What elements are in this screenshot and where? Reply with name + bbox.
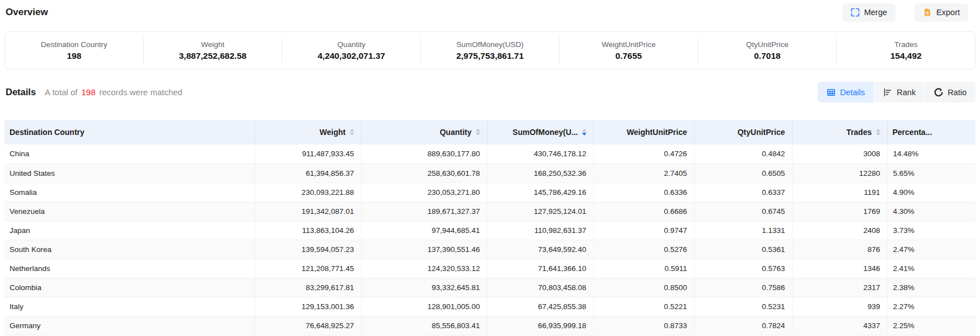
cell-trades: 3008 — [792, 144, 887, 164]
cell-weight: 121,208,771.45 — [255, 259, 361, 278]
cell-weightunitprice: 0.5221 — [593, 297, 694, 316]
tab-rank-label: Rank — [897, 88, 916, 97]
column-header-trades[interactable]: Trades — [792, 120, 887, 144]
cell-percenta: 2.41% — [887, 259, 976, 278]
stat-trades: Trades154,492 — [837, 38, 975, 63]
tab-details[interactable]: Details — [818, 82, 874, 102]
cell-weight: 83,299,617.81 — [255, 278, 361, 297]
stat-value: 0.7018 — [754, 52, 780, 60]
match-suffix: records were matched — [100, 87, 182, 97]
cell-trades: 2408 — [792, 221, 887, 240]
cell-percenta: 3.73% — [887, 221, 976, 240]
cell-percenta: 2.47% — [887, 240, 976, 259]
table-row[interactable]: Venezuela191,342,087.01189,671,327.37127… — [4, 202, 976, 221]
tab-ratio-label: Ratio — [948, 88, 967, 97]
table-row[interactable]: Somalia230,093,221.88230,053,271.80145,7… — [4, 183, 976, 202]
cell-sumofmoney-u: 168,250,532.36 — [487, 164, 593, 183]
cell-percenta: 5.65% — [887, 164, 976, 183]
cell-quantity: 230,053,271.80 — [361, 183, 487, 202]
cell-qtyunitprice: 1.1331 — [694, 221, 792, 240]
cell-trades: 4337 — [792, 316, 887, 335]
cell-quantity: 889,630,177.80 — [361, 144, 487, 164]
cell-weight: 139,594,057.23 — [255, 240, 361, 259]
sort-icon — [476, 129, 480, 136]
table-body: China911,487,933.45889,630,177.80430,746… — [4, 144, 976, 335]
tab-ratio[interactable]: Ratio — [925, 82, 976, 102]
sort-icon — [582, 129, 587, 136]
column-header-qtyunitprice: QtyUnitPrice — [694, 120, 792, 144]
stat-qtyunitprice: QtyUnitPrice0.7018 — [698, 38, 837, 63]
cell-weight: 230,093,221.88 — [255, 183, 361, 202]
column-label: QtyUnitPrice — [738, 128, 785, 137]
stat-value: 4,240,302,071.37 — [317, 52, 385, 60]
table-row[interactable]: Germany76,648,925.2785,556,803.4166,935,… — [4, 316, 976, 335]
cell-quantity: 85,556,803.41 — [361, 316, 487, 335]
stat-weightunitprice: WeightUnitPrice0.7655 — [560, 38, 698, 63]
merge-icon — [851, 8, 860, 17]
cell-qtyunitprice: 0.5361 — [694, 240, 792, 259]
stat-value: 2,975,753,861.71 — [456, 52, 524, 60]
stat-label: Destination Country — [41, 41, 107, 49]
sort-icon — [876, 129, 880, 136]
details-title: Details — [6, 87, 36, 97]
records-matched-text: A total of 198 records were matched — [45, 87, 182, 97]
cell-destination-country: Germany — [4, 316, 255, 335]
cell-weight: 113,863,104.26 — [255, 221, 361, 240]
cell-weight: 191,342,087.01 — [255, 202, 361, 221]
cell-qtyunitprice: 0.6745 — [694, 202, 792, 221]
stat-sumofmoney-usd: SumOfMoney(USD)2,975,753,861.71 — [421, 38, 560, 63]
column-header-weightunitprice: WeightUnitPrice — [593, 120, 694, 144]
merge-button-label: Merge — [864, 8, 887, 17]
cell-sumofmoney-u: 145,786,429.16 — [487, 183, 593, 202]
column-header-sumofmoney-u[interactable]: SumOfMoney(U... — [487, 120, 593, 144]
cell-sumofmoney-u: 110,982,631.37 — [487, 221, 593, 240]
table-row[interactable]: China911,487,933.45889,630,177.80430,746… — [4, 144, 976, 164]
cell-percenta: 4.90% — [887, 183, 976, 202]
column-header-quantity[interactable]: Quantity — [361, 120, 487, 144]
cell-destination-country: Venezuela — [4, 202, 255, 221]
cell-destination-country: Japan — [4, 221, 255, 240]
cell-destination-country: China — [4, 144, 255, 164]
stat-destination-country: Destination Country198 — [5, 38, 144, 63]
table-row[interactable]: Italy129,153,001.36128,901,005.0067,425,… — [4, 297, 976, 316]
cell-sumofmoney-u: 70,803,458.08 — [487, 278, 593, 297]
cell-qtyunitprice: 0.4842 — [694, 144, 792, 164]
cell-percenta: 2.25% — [887, 316, 976, 335]
cell-percenta: 14.48% — [887, 144, 976, 164]
cell-sumofmoney-u: 127,925,124.01 — [487, 202, 593, 221]
table-row[interactable]: Japan113,863,104.2697,944,685.41110,982,… — [4, 221, 976, 240]
export-button[interactable]: Export — [915, 3, 968, 22]
column-header-weight[interactable]: Weight — [255, 120, 361, 144]
cell-sumofmoney-u: 71,641,366.10 — [487, 259, 593, 278]
cell-trades: 876 — [792, 240, 887, 259]
cell-trades: 2317 — [792, 278, 887, 297]
cell-trades: 1346 — [792, 259, 887, 278]
cell-destination-country: Italy — [4, 297, 255, 316]
details-bar: Details A total of 198 records were matc… — [4, 82, 976, 102]
cell-qtyunitprice: 0.7824 — [694, 316, 792, 335]
cell-weightunitprice: 0.8500 — [593, 278, 694, 297]
cell-weightunitprice: 2.7405 — [593, 164, 694, 183]
cell-trades: 1191 — [792, 183, 887, 202]
table-row[interactable]: Colombia83,299,617.8193,332,645.8170,803… — [4, 278, 976, 297]
cell-quantity: 124,320,533.12 — [361, 259, 487, 278]
stat-label: Quantity — [337, 41, 365, 49]
table-row[interactable]: Netherlands121,208,771.45124,320,533.127… — [4, 259, 976, 278]
cell-weightunitprice: 0.6686 — [593, 202, 694, 221]
table-row[interactable]: South Korea139,594,057.23137,390,551.467… — [4, 240, 976, 259]
pie-chart-icon — [934, 88, 943, 97]
table-row[interactable]: United States61,394,856.37258,630,601.78… — [4, 164, 976, 183]
sort-icon — [350, 129, 354, 136]
details-table: Destination CountryWeightQuantitySumOfMo… — [4, 120, 976, 335]
view-switch: Details Rank — [818, 82, 976, 102]
cell-destination-country: South Korea — [4, 240, 255, 259]
cell-weightunitprice: 0.5276 — [593, 240, 694, 259]
stat-value: 3,887,252,682.58 — [179, 52, 247, 60]
merge-button[interactable]: Merge — [842, 3, 895, 22]
tab-rank[interactable]: Rank — [874, 82, 925, 102]
stat-value: 198 — [67, 52, 81, 60]
column-label: WeightUnitPrice — [627, 128, 687, 137]
cell-percenta: 2.38% — [887, 278, 976, 297]
cell-sumofmoney-u: 67,425,855.38 — [487, 297, 593, 316]
cell-quantity: 128,901,005.00 — [361, 297, 487, 316]
